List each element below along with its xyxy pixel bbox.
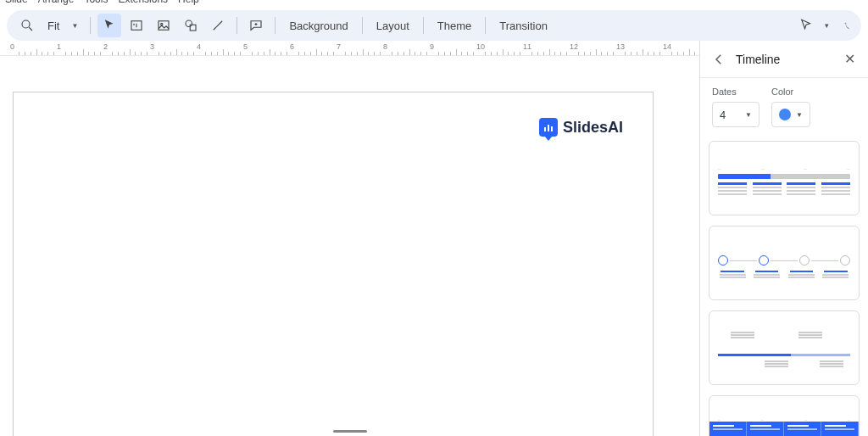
transition-button[interactable]: Transition xyxy=(492,14,554,37)
dropdown-icon: ▼ xyxy=(745,111,752,119)
image-tool[interactable] xyxy=(152,14,175,37)
slidesai-logo-icon xyxy=(539,118,558,137)
speaker-notes-handle[interactable] xyxy=(333,430,367,433)
toolbar: Fit ▼ Background xyxy=(7,10,861,41)
color-swatch xyxy=(779,109,791,120)
timeline-template-4[interactable]: ············ xyxy=(709,395,860,436)
side-panel: Timeline ✕ Dates 4 ▼ Color ▼ xyxy=(699,41,868,436)
svg-line-1 xyxy=(29,27,32,31)
back-button[interactable] xyxy=(710,51,727,68)
shape-tool[interactable] xyxy=(179,14,203,37)
textbox-tool[interactable] xyxy=(125,14,148,37)
line-tool[interactable] xyxy=(206,14,230,37)
pointer-tool[interactable] xyxy=(794,14,818,37)
color-label: Color xyxy=(771,87,810,97)
pointer-dropdown-icon[interactable]: ▾ xyxy=(825,21,829,30)
svg-rect-5 xyxy=(159,21,169,31)
layout-button[interactable]: Layout xyxy=(370,14,416,37)
slidesai-logo: SlidesAI xyxy=(539,118,623,137)
canvas-area: 01234567891011121314 SlidesAI xyxy=(0,41,699,436)
timeline-template-1[interactable]: ················ xyxy=(709,141,860,215)
svg-line-9 xyxy=(214,21,223,31)
svg-point-7 xyxy=(186,20,192,27)
zoom-label: Fit xyxy=(47,20,59,32)
dates-value: 4 xyxy=(720,109,726,121)
side-panel-title: Timeline xyxy=(736,53,832,66)
search-menus-icon[interactable] xyxy=(15,14,39,37)
timeline-template-2[interactable] xyxy=(709,226,860,300)
timeline-templates-list[interactable]: ················ xyxy=(700,134,868,436)
dates-select[interactable]: 4 ▼ xyxy=(712,102,760,127)
select-tool[interactable] xyxy=(97,14,121,37)
dates-label: Dates xyxy=(712,87,760,97)
color-select[interactable]: ▼ xyxy=(771,102,810,127)
close-button[interactable]: ✕ xyxy=(841,51,858,68)
dropdown-icon: ▼ xyxy=(71,22,78,30)
zoom-select[interactable]: Fit ▼ xyxy=(42,20,83,32)
theme-button[interactable]: Theme xyxy=(431,14,478,37)
svg-point-0 xyxy=(22,20,30,28)
dropdown-icon: ▼ xyxy=(796,111,803,119)
horizontal-ruler: 01234567891011121314 xyxy=(0,41,699,56)
side-panel-header: Timeline ✕ xyxy=(700,41,868,78)
background-button[interactable]: Background xyxy=(282,14,354,37)
collapse-toolbar-icon[interactable]: ㄟ xyxy=(836,14,853,37)
timeline-template-3[interactable] xyxy=(709,310,860,385)
menu-bar: Slide Arrange Tools Extensions Help xyxy=(0,0,868,7)
comment-tool[interactable] xyxy=(244,14,268,37)
slidesai-logo-text: SlidesAI xyxy=(563,119,623,137)
slide-canvas[interactable]: SlidesAI xyxy=(13,92,654,436)
